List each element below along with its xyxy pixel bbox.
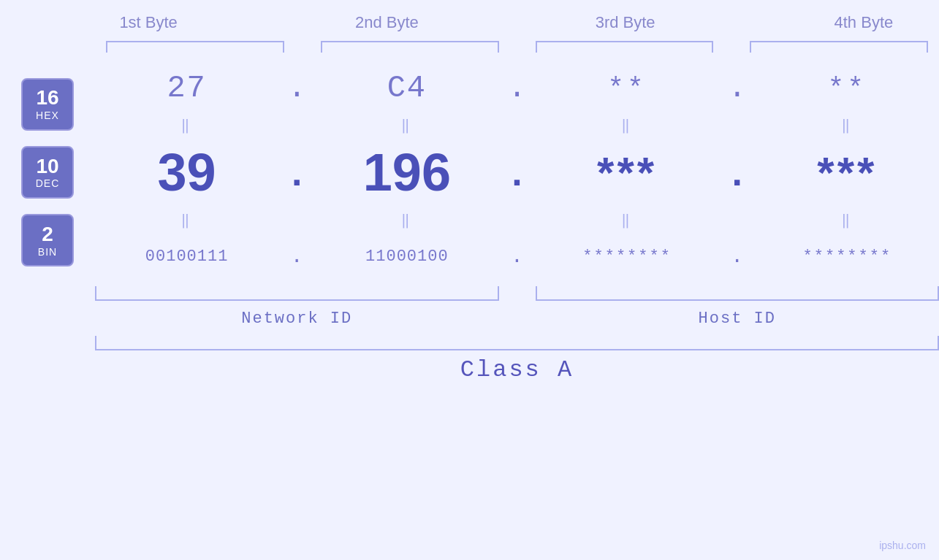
class-label: Class A [95, 356, 939, 383]
dec-cell-3: *** [536, 147, 719, 198]
host-bracket [536, 286, 940, 301]
eq-4: ‖ [756, 116, 939, 134]
bin-val-1: 00100111 [145, 248, 229, 266]
byte-header-4: 4th Byte [763, 13, 939, 32]
byte-headers: 1st Byte 2nd Byte 3rd Byte 4th Byte [47, 0, 939, 32]
hex-row: 27 . C4 . ** . ** [95, 63, 939, 114]
badge-bin: 2 BIN [21, 214, 74, 266]
bin-val-3: ******** [582, 248, 672, 266]
bin-val-4: ******** [803, 248, 892, 266]
hex-val-1: 27 [167, 71, 206, 106]
eq-2: ‖ [315, 116, 498, 134]
outer-bracket [95, 336, 939, 350]
bin-dot-3: . [719, 245, 756, 268]
hex-val-3: ** [607, 73, 647, 104]
hex-dot-2: . [499, 71, 536, 106]
bin-val-2: 11000100 [365, 248, 449, 266]
badge-hex-label: HEX [36, 110, 59, 121]
badge-hex-num: 16 [36, 87, 58, 110]
content-area: 16 HEX 10 DEC 2 BIN 27 . [0, 63, 939, 282]
hex-dot-3: . [719, 71, 756, 106]
dec-cell-1: 39 [95, 142, 278, 202]
bracket-4 [750, 41, 928, 53]
watermark: ipshu.com [879, 540, 926, 551]
eq-8: ‖ [756, 211, 939, 229]
bin-cell-3: ******** [536, 248, 719, 266]
hex-val-2: C4 [387, 71, 427, 106]
hex-val-4: ** [828, 73, 867, 104]
dec-val-2: 196 [363, 142, 451, 202]
eq-5: ‖ [95, 211, 278, 229]
badge-dec: 10 DEC [21, 146, 74, 199]
bin-row: 00100111 . 11000100 . ******** . [95, 231, 939, 282]
bin-dot-2: . [499, 245, 536, 268]
eq-7: ‖ [536, 211, 719, 229]
bin-cell-2: 11000100 [315, 248, 498, 266]
byte-header-1: 1st Byte [47, 13, 249, 32]
eq-row-2: ‖ ‖ ‖ ‖ [95, 209, 939, 231]
hex-cell-2: C4 [315, 71, 498, 106]
eq-row-1: ‖ ‖ ‖ ‖ [95, 114, 939, 136]
dec-cell-2: 196 [315, 142, 498, 202]
eq-6: ‖ [315, 211, 498, 229]
bin-cell-1: 00100111 [95, 248, 278, 266]
dec-dot-1: . [278, 150, 315, 194]
dec-val-3: *** [597, 147, 657, 198]
badges-column: 16 HEX 10 DEC 2 BIN [0, 63, 95, 282]
bracket-3 [536, 41, 714, 53]
dec-dot-3: . [719, 150, 756, 194]
bracket-2 [321, 41, 499, 53]
hex-cell-4: ** [756, 73, 939, 104]
dec-val-4: *** [817, 147, 877, 198]
byte-header-3: 3rd Byte [525, 13, 726, 32]
badge-dec-label: DEC [36, 177, 60, 189]
badge-dec-num: 10 [36, 156, 58, 178]
badge-hex: 16 HEX [21, 78, 74, 131]
dec-dot-2: . [499, 150, 536, 194]
hex-cell-3: ** [536, 73, 719, 104]
bracket-1 [106, 41, 284, 53]
byte-header-2: 2nd Byte [286, 13, 487, 32]
bottom-area: Network ID Host ID Class A [95, 286, 939, 383]
rows-area: 27 . C4 . ** . ** [95, 63, 939, 282]
top-bracket-row [106, 38, 928, 55]
dec-val-1: 39 [158, 142, 216, 202]
sub-bracket-row [95, 286, 939, 304]
bin-cell-4: ******** [756, 248, 939, 266]
hex-cell-1: 27 [95, 71, 278, 106]
net-bracket [95, 286, 499, 301]
main-container: 1st Byte 2nd Byte 3rd Byte 4th Byte 16 H… [0, 0, 939, 560]
host-id-label: Host ID [536, 310, 940, 328]
eq-1: ‖ [95, 116, 278, 134]
bin-dot-1: . [278, 245, 315, 268]
sub-labels-row: Network ID Host ID [95, 304, 939, 333]
network-id-label: Network ID [95, 310, 499, 328]
dec-row: 39 . 196 . *** . *** [95, 136, 939, 209]
badge-bin-label: BIN [38, 246, 57, 258]
dec-cell-4: *** [756, 147, 939, 198]
eq-3: ‖ [536, 116, 719, 134]
badge-bin-num: 2 [42, 223, 53, 246]
hex-dot-1: . [278, 71, 315, 106]
